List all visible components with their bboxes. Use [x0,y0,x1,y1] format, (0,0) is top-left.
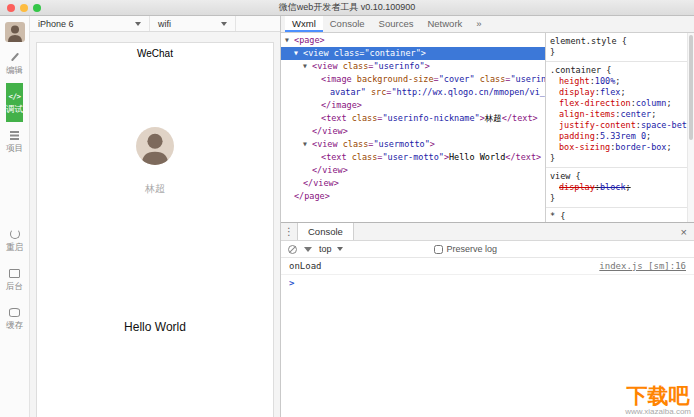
wxml-node-line[interactable]: </image> [281,99,545,112]
expand-arrow-icon: ▼ [294,47,303,60]
css-property-line[interactable]: box-sizing:border-box; [550,142,683,153]
sidebar-item-label: 重启 [6,243,23,252]
expand-arrow-icon: ▼ [285,34,294,47]
console-prompt[interactable]: > [281,275,694,291]
wxml-token: view [322,165,342,175]
css-rule[interactable]: element.style {} [546,33,687,62]
minimize-window-button[interactable] [20,4,28,12]
devtools-tab-network[interactable]: Network [420,16,469,32]
clear-console-icon[interactable] [288,245,297,254]
wxml-node-line[interactable]: ▼<page> [281,34,545,47]
titlebar: 微信web开发者工具 v0.10.100900 [0,0,694,16]
user-avatar[interactable] [5,22,25,42]
css-selector-line[interactable]: .container { [550,65,683,76]
close-window-button[interactable] [7,4,15,12]
css-punct: ; [667,142,672,152]
wxml-node-line[interactable]: ▼<view class="usermotto"> [281,138,545,151]
css-property-line[interactable]: display:block; [550,182,683,193]
css-selector: element.style [550,36,617,46]
css-property-name: box-sizing [559,142,610,152]
sidebar-item-restart[interactable]: 重启 [6,221,23,260]
css-rule[interactable]: view {display:block;} [546,168,687,208]
wxml-token: </ [312,165,322,175]
userinfo-avatar[interactable] [136,127,174,165]
console-tab[interactable]: Console [297,223,354,240]
css-rule[interactable]: * {margin:0;} [546,208,687,222]
wxml-node-line[interactable]: </view> [281,164,545,177]
log-message: onLoad [289,261,322,271]
css-selector-line[interactable]: view { [550,171,683,182]
sidebar-item-cache[interactable]: 缓存 [6,299,23,338]
css-rule[interactable]: .container {height:100%;display:flex;fle… [546,62,687,168]
wxml-token: class [347,152,378,162]
css-property-line[interactable]: justify-content:space-between; [550,120,683,131]
css-property-value: column [636,98,667,108]
close-drawer-icon[interactable]: × [674,223,694,240]
scrollbar-thumb[interactable] [689,35,693,140]
wxml-node-line[interactable]: ▼<view class="container"> [281,47,545,60]
wxml-node-line[interactable]: avatar" src="http://wx.qlogo.cn/mmopen/v… [281,86,545,99]
wxml-token: avatar" [330,87,366,97]
css-close-line: } [550,47,683,58]
sidebar-item-project[interactable]: 项目 [6,122,23,161]
wxml-node-line[interactable]: ▼<view class="userinfo"> [281,60,545,73]
zoom-window-button[interactable] [33,4,41,12]
window-title: 微信web开发者工具 v0.10.100900 [279,1,416,14]
wxml-node-line[interactable]: <text class="userinfo-nickname">林超</text… [281,112,545,125]
watermark: 下载吧 www.xiazaiba.com [625,384,691,416]
devtools-panel: WxmlConsoleSourcesNetwork» ▼<page>▼<view… [280,16,694,417]
devtools-tab-sources[interactable]: Sources [372,16,421,32]
css-property-line[interactable]: height:100%; [550,76,683,87]
css-property-value: border-box [615,142,666,152]
filter-icon[interactable] [304,247,312,252]
main-area: 编辑调试项目 重启后台缓存 iPhone 6 wifi WeChat [0,16,694,417]
wxml-token: "container" [364,48,420,58]
network-dropdown[interactable]: wifi [150,16,236,31]
cache-icon [9,306,20,318]
sidebar-item-edit[interactable]: 编辑 [6,44,23,83]
wxml-token: > [334,178,339,188]
sidebar-item-background[interactable]: 后台 [6,260,23,299]
wxml-token: </ [312,126,322,136]
sidebar-item-debug[interactable]: 调试 [6,83,23,122]
devtools-tab-[interactable]: » [469,16,488,32]
sidebar-item-label: 调试 [6,105,23,114]
wxml-node-line[interactable]: </view> [281,125,545,138]
phone-screen[interactable]: WeChat 林超 Hello World [36,42,274,417]
wxml-token: </ [303,178,313,188]
css-selector-line[interactable]: element.style { [550,36,683,47]
preserve-log-label: Preserve log [447,244,498,254]
css-property-name: height [559,76,590,86]
css-property-line[interactable]: padding:5.33rem 0; [550,131,683,142]
wxml-token: text [516,152,536,162]
wxml-token: view [317,61,337,71]
log-source-link[interactable]: index.js [sm]:16 [599,261,686,271]
wxml-token: text [512,113,532,123]
styles-scrollbar[interactable] [687,33,694,222]
simulator-toolbar: iPhone 6 wifi [30,16,280,32]
sidebar-item-label: 缓存 [6,321,23,330]
wxml-node-line[interactable]: </view> [281,177,545,190]
css-selector-line[interactable]: * { [550,211,683,222]
drawer-menu-icon[interactable]: ⋮ [281,223,297,240]
wxml-node-line[interactable]: <text class="user-motto">Hello World</te… [281,151,545,164]
preserve-log-checkbox[interactable] [434,245,443,254]
console-log-list: onLoadindex.js [sm]:16 [281,258,694,275]
device-dropdown-label: iPhone 6 [38,19,74,29]
css-selector: view [550,171,570,181]
css-brace: { [570,171,580,181]
execution-context-dropdown[interactable]: top [319,244,343,254]
css-property-line[interactable]: align-items:center; [550,109,683,120]
wxml-token: "usermotto" [373,139,429,149]
devtools-tab-wxml[interactable]: Wxml [285,16,323,32]
simulator-area: WeChat 林超 Hello World [30,32,280,417]
device-dropdown[interactable]: iPhone 6 [30,16,150,31]
devtools-tab-console[interactable]: Console [323,16,372,32]
css-punct: ; [651,109,656,119]
wxml-node-line[interactable]: </page> [281,190,545,203]
console-header: ⋮ Console × [281,223,694,241]
wxml-node-line[interactable]: <image background-size="cover" class="us… [281,73,545,86]
css-property-line[interactable]: display:flex; [550,87,683,98]
css-property-line[interactable]: flex-direction:column; [550,98,683,109]
avatar-image [136,127,174,165]
